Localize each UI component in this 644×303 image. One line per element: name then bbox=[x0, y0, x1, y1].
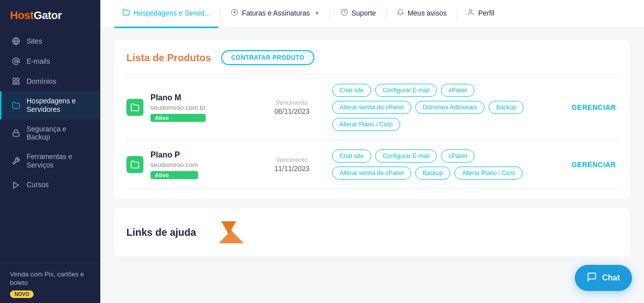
topnav-hospedagens-label: Hospedagens e Servid... bbox=[133, 9, 210, 17]
topnav-folder-icon bbox=[122, 9, 130, 18]
topnav-avisos[interactable]: Meus avisos bbox=[389, 0, 455, 28]
svg-marker-8 bbox=[14, 182, 18, 188]
topnav: Hospedagens e Servid... Faturas e Assina… bbox=[100, 0, 644, 28]
topnav-dollar-icon bbox=[231, 9, 238, 18]
product-left-plano-m: Plano M seudominio.com.br Ativo bbox=[126, 93, 257, 122]
product-info-plano-p: Plano P seudominio.com Ativo bbox=[150, 150, 198, 179]
svg-rect-7 bbox=[13, 133, 19, 136]
product-domain-plano-p: seudominio.com bbox=[150, 161, 198, 169]
brand-name-part1: Host bbox=[10, 9, 34, 22]
sidebar-item-sites-label: Sites bbox=[27, 37, 42, 46]
topnav-question-icon bbox=[341, 9, 348, 18]
tag-icon bbox=[12, 77, 21, 86]
gerenciar-button-plano-m[interactable]: GERENCIAR bbox=[563, 103, 618, 111]
hostgator-mini-logo bbox=[216, 219, 246, 245]
sidebar-item-ferramentas-label: Ferramentas e Serviços bbox=[27, 153, 90, 170]
svg-rect-4 bbox=[17, 78, 19, 81]
products-title: Lista de Produtos bbox=[126, 52, 211, 64]
action-dominios-adicionais-m[interactable]: Domínios Adicionais bbox=[415, 101, 485, 114]
product-info-plano-m: Plano M seudominio.com.br Ativo bbox=[150, 93, 206, 122]
action-cpanel-m[interactable]: cPanel bbox=[441, 84, 474, 97]
topnav-faturas-label: Faturas e Assinaturas bbox=[242, 9, 309, 17]
action-cpanel-p[interactable]: cPanel bbox=[441, 149, 474, 163]
product-vencimento-plano-p: Vencimento 11/11/2023 bbox=[257, 157, 327, 173]
action-configurar-email-p[interactable]: Configurar E-mail bbox=[375, 149, 437, 163]
topnav-separator-4 bbox=[456, 7, 457, 21]
action-alterar-plano-m[interactable]: Alterar Plano / Ciclo bbox=[332, 118, 400, 131]
topnav-perfil-label: Perfil bbox=[478, 9, 494, 17]
product-left-plano-p: Plano P seudominio.com Ativo bbox=[126, 150, 257, 179]
main-content: Hospedagens e Servid... Faturas e Assina… bbox=[100, 0, 644, 303]
svg-marker-16 bbox=[219, 230, 244, 243]
topnav-hospedagens[interactable]: Hospedagens e Servid... bbox=[114, 0, 218, 28]
topnav-suporte[interactable]: Suporte bbox=[333, 0, 384, 28]
svg-marker-15 bbox=[221, 221, 236, 234]
folder-icon bbox=[12, 101, 21, 110]
products-section: Lista de Produtos CONTRATAR PRODUTO Plan… bbox=[114, 40, 630, 199]
promo-title: Venda com Pix, cartões e boleto bbox=[10, 270, 90, 287]
sidebar-promo[interactable]: Venda com Pix, cartões e boleto NOVO bbox=[0, 263, 100, 303]
svg-rect-6 bbox=[17, 82, 19, 84]
sidebar-item-hospedagens-label: Hospedagens e Servidores bbox=[27, 97, 90, 114]
sidebar-nav: Sites E-mails Domínios Hospedagens e Ser… bbox=[0, 31, 100, 263]
globe-icon bbox=[12, 37, 21, 46]
sidebar-item-dominios[interactable]: Domínios bbox=[0, 71, 100, 91]
links-title: Links de ajuda bbox=[126, 227, 196, 238]
action-criar-site-p[interactable]: Criar site bbox=[332, 149, 371, 163]
sidebar-item-emails-label: E-mails bbox=[27, 57, 50, 66]
sidebar-item-hospedagens[interactable]: Hospedagens e Servidores bbox=[0, 91, 100, 119]
svg-rect-3 bbox=[13, 78, 16, 81]
svg-point-13 bbox=[469, 9, 472, 12]
chat-button[interactable]: Chat bbox=[575, 265, 632, 291]
topnav-separator-2 bbox=[330, 7, 331, 21]
topnav-separator-1 bbox=[220, 7, 221, 21]
lock-icon bbox=[12, 128, 21, 137]
product-actions-plano-m: Criar site Configurar E-mail cPanel Alte… bbox=[327, 84, 563, 131]
action-alterar-plano-p[interactable]: Alterar Plano / Ciclo bbox=[454, 167, 523, 180]
product-name-plano-m: Plano M bbox=[150, 93, 206, 102]
play-icon bbox=[12, 181, 21, 190]
chat-icon bbox=[587, 272, 597, 284]
sidebar-item-seguranca[interactable]: Segurança e Backup bbox=[0, 119, 100, 147]
product-domain-plano-m: seudominio.com.br bbox=[150, 104, 206, 111]
topnav-separator-3 bbox=[386, 7, 387, 21]
sidebar-item-emails[interactable]: E-mails bbox=[0, 51, 100, 71]
chevron-down-icon: ▼ bbox=[314, 10, 320, 16]
sidebar-item-cursos[interactable]: Cursos bbox=[0, 175, 100, 195]
action-criar-site-m[interactable]: Criar site bbox=[332, 84, 371, 97]
sidebar-item-sites[interactable]: Sites bbox=[0, 31, 100, 51]
venc-label-plano-m: Vencimento bbox=[257, 99, 327, 106]
svg-point-2 bbox=[15, 60, 17, 62]
sidebar-item-ferramentas[interactable]: Ferramentas e Serviços bbox=[0, 147, 100, 175]
product-card-plano-m: Plano M seudominio.com.br Ativo Vencimen… bbox=[126, 74, 618, 140]
gerenciar-button-plano-p[interactable]: GERENCIAR bbox=[563, 161, 618, 169]
product-name-plano-p: Plano P bbox=[150, 150, 198, 160]
topnav-perfil[interactable]: Perfil bbox=[459, 0, 502, 28]
contratar-produto-button[interactable]: CONTRATAR PRODUTO bbox=[221, 50, 314, 65]
at-icon bbox=[12, 57, 21, 66]
product-status-plano-m: Ativo bbox=[150, 114, 206, 122]
product-folder-icon-plano-m bbox=[126, 99, 143, 116]
svg-rect-5 bbox=[13, 82, 16, 84]
venc-date-plano-p: 11/11/2023 bbox=[257, 165, 327, 173]
hostgator-logo-mini bbox=[216, 219, 246, 245]
promo-badge: NOVO bbox=[10, 290, 34, 298]
sidebar-item-dominios-label: Domínios bbox=[27, 77, 56, 86]
action-configurar-email-m[interactable]: Configurar E-mail bbox=[375, 84, 437, 97]
wrench-icon bbox=[12, 157, 21, 166]
sidebar-item-cursos-label: Cursos bbox=[27, 181, 49, 189]
topnav-faturas[interactable]: Faturas e Assinaturas ▼ bbox=[223, 0, 328, 28]
topnav-bell-icon bbox=[397, 9, 404, 18]
action-backup-m[interactable]: Backup bbox=[489, 101, 524, 114]
action-alterar-senha-p[interactable]: Alterar senha do cPanel bbox=[332, 167, 411, 180]
chat-label: Chat bbox=[602, 273, 620, 282]
products-header: Lista de Produtos CONTRATAR PRODUTO bbox=[126, 50, 618, 65]
action-alterar-senha-m[interactable]: Alterar senha do cPanel bbox=[332, 101, 411, 114]
product-card-plano-p: Plano P seudominio.com Ativo Vencimento … bbox=[126, 140, 618, 189]
topnav-user-icon bbox=[467, 9, 474, 18]
product-vencimento-plano-m: Vencimento 06/11/2023 bbox=[257, 99, 327, 115]
sidebar-item-seguranca-label: Segurança e Backup bbox=[27, 125, 90, 142]
topnav-suporte-label: Suporte bbox=[352, 9, 376, 17]
topnav-avisos-label: Meus avisos bbox=[408, 9, 447, 17]
action-backup-p[interactable]: Backup bbox=[415, 167, 450, 180]
